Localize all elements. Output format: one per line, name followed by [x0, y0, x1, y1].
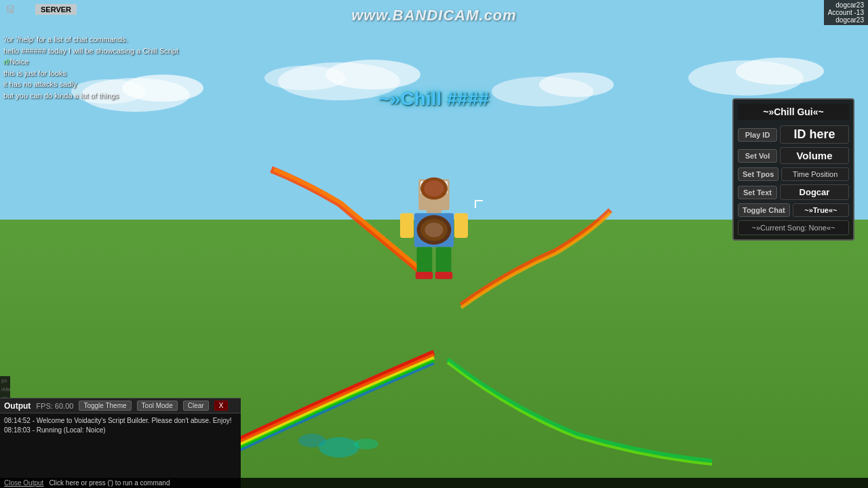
output-line-2: 08:18:03 - Running (Local: Noice) [4, 426, 237, 435]
svg-point-5 [264, 66, 346, 90]
toggle-chat-row: Toggle Chat ~»True«~ [738, 203, 849, 217]
chat-line: rl/Noice [3, 56, 178, 68]
set-tpos-value[interactable]: Time Position [781, 167, 849, 181]
svg-point-9 [736, 58, 824, 85]
save-icon[interactable]: 🖫 [5, 4, 15, 15]
chat-line: it has no attacks sadly [3, 79, 178, 90]
player-character [393, 176, 475, 314]
account-info: dogcar23 Account -13 dogcar23 [824, 0, 868, 25]
svg-rect-17 [427, 208, 441, 213]
output-label: Output [4, 401, 31, 411]
svg-point-7 [539, 73, 614, 97]
svg-point-16 [424, 180, 443, 197]
close-output-link[interactable]: Close Output [4, 479, 43, 487]
current-song: ~»Current Song: None«~ [738, 220, 849, 235]
account-label: Account -13 [828, 9, 864, 16]
set-vol-row: Set Vol Volume [738, 147, 849, 164]
svg-rect-26 [416, 272, 433, 279]
svg-point-21 [425, 222, 443, 237]
character-svg [393, 176, 475, 312]
tool-mode-button[interactable]: Tool Mode [137, 401, 178, 411]
play-id-row: Play ID ID here [738, 125, 849, 144]
svg-point-6 [492, 77, 593, 106]
output-content: 08:14:52 - Welcome to Voidacity's Script… [0, 413, 241, 488]
account-display: dogcar23 [828, 16, 864, 24]
chill-gui-panel: ~»Chill Gui«~ Play ID ID here Set Vol Vo… [732, 98, 854, 241]
close-output-bar: Close Output Click here or press (') to … [0, 478, 868, 488]
output-line-1: 08:14:52 - Welcome to Voidacity's Script… [4, 416, 237, 426]
game-title: ~»Chill #### [379, 88, 490, 110]
svg-rect-22 [400, 214, 414, 238]
play-id-value[interactable]: ID here [780, 125, 849, 144]
svg-rect-23 [454, 214, 468, 238]
toggle-chat-button[interactable]: Toggle Chat [738, 203, 790, 217]
bandicam-watermark: www.BANDICAM.com [351, 7, 517, 24]
set-vol-button[interactable]: Set Vol [738, 149, 777, 163]
play-id-button[interactable]: Play ID [738, 128, 777, 142]
clear-button[interactable]: Clear [183, 401, 209, 411]
set-text-button[interactable]: Set Text [738, 186, 777, 199]
close-x-button[interactable]: X [214, 401, 229, 411]
svg-point-8 [688, 60, 804, 96]
svg-point-4 [326, 60, 420, 89]
output-panel: Output FPS: 60.00 Toggle Theme Tool Mode… [0, 398, 241, 488]
set-tpos-button[interactable]: Set Tpos [738, 167, 778, 181]
chat-line: this is just for looks [3, 68, 178, 79]
chill-gui-title: ~»Chill Gui«~ [738, 104, 849, 120]
set-tpos-row: Set Tpos Time Position [738, 167, 849, 181]
account-username: dogcar23 [828, 1, 864, 9]
set-text-row: Set Text Dogcar [738, 184, 849, 200]
set-text-value[interactable]: Dogcar [780, 184, 849, 200]
output-header: Output FPS: 60.00 Toggle Theme Tool Mode… [0, 399, 241, 413]
toggle-theme-button[interactable]: Toggle Theme [79, 401, 131, 411]
fps-label: FPS: 60.00 [36, 402, 73, 410]
run-command-label[interactable]: Click here or press (') to run a command [49, 479, 170, 487]
svg-rect-24 [417, 247, 433, 275]
server-label: SERVER [35, 4, 77, 15]
toggle-chat-value: ~»True«~ [793, 203, 849, 217]
svg-rect-27 [435, 272, 452, 279]
svg-rect-25 [436, 247, 452, 275]
set-vol-value[interactable]: Volume [780, 147, 849, 164]
chat-line: '/or '/help' for a list of chat commands… [3, 34, 178, 45]
chat-line: but you can do kinda a lot of things [3, 90, 178, 102]
chat-overlay: '/or '/help' for a list of chat commands… [3, 34, 178, 101]
chat-line: hello ###### today I will be showcasing … [3, 45, 178, 57]
